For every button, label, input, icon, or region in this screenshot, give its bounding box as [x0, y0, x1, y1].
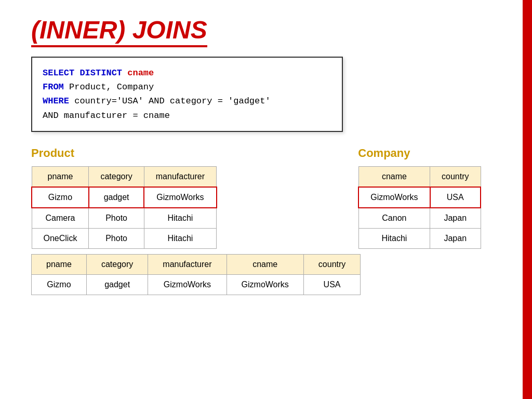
company-gizmoworks-country: USA — [430, 187, 481, 208]
company-col-country: country — [430, 166, 481, 187]
product-row-camera: Camera Photo Hitachi — [32, 208, 217, 229]
sql-where-kw: WHERE — [43, 96, 69, 106]
product-col-category: category — [89, 166, 144, 187]
product-col-manufacturer: manufacturer — [144, 166, 216, 187]
product-table: pname category manufacturer Gizmo gadget… — [31, 166, 217, 249]
sql-cname-val: cname — [127, 68, 154, 78]
company-row-hitachi: Hitachi Japan — [358, 228, 481, 248]
product-camera-category: Photo — [89, 208, 144, 229]
result-row1-pname: Gizmo — [32, 274, 87, 295]
result-row1-country: USA — [303, 274, 360, 295]
result-col-cname: cname — [227, 254, 303, 274]
sql-line-3: WHERE country='USA' AND category = 'gadg… — [43, 94, 331, 108]
result-col-category: category — [86, 254, 148, 274]
result-section: pname category manufacturer cname countr… — [31, 254, 502, 295]
sql-where-val: country='USA' AND category = 'gadget' — [74, 96, 270, 106]
sql-and-val: AND manufacturer = cname — [43, 111, 170, 121]
company-hitachi-country: Japan — [430, 228, 481, 248]
company-col-cname: cname — [358, 166, 430, 187]
company-gizmoworks-cname: GizmoWorks — [358, 187, 430, 208]
sql-line-4: AND manufacturer = cname — [43, 109, 331, 123]
product-oneclick-pname: OneClick — [32, 228, 89, 248]
product-camera-pname: Camera — [32, 208, 89, 229]
product-camera-manufacturer: Hitachi — [144, 208, 216, 229]
product-oneclick-manufacturer: Hitachi — [144, 228, 216, 248]
result-row-1: Gizmo gadget GizmoWorks GizmoWorks USA — [32, 274, 361, 295]
sql-select-kw: SELECT — [43, 68, 74, 78]
red-bar — [523, 0, 532, 399]
company-row-gizmoworks: GizmoWorks USA — [358, 187, 481, 208]
product-oneclick-category: Photo — [89, 228, 144, 248]
result-col-pname: pname — [32, 254, 87, 274]
company-header-row: cname country — [358, 166, 481, 187]
sql-line-1: SELECT DISTINCT cname — [43, 66, 331, 80]
result-row1-category: gadget — [86, 274, 148, 295]
sql-line-2: FROM Product, Company — [43, 80, 331, 94]
result-header-row: pname category manufacturer cname countr… — [32, 254, 361, 274]
product-section: Product pname category manufacturer Gizm… — [31, 147, 217, 249]
product-header-row: pname category manufacturer — [32, 166, 217, 187]
result-col-manufacturer: manufacturer — [148, 254, 227, 274]
sql-code-box: SELECT DISTINCT cname FROM Product, Comp… — [31, 57, 343, 132]
product-col-pname: pname — [32, 166, 89, 187]
page-title: (INNER) JOINS — [31, 16, 207, 47]
product-gizmo-manufacturer: GizmoWorks — [144, 187, 216, 208]
tables-row: Product pname category manufacturer Gizm… — [31, 147, 502, 249]
product-label: Product — [31, 147, 217, 160]
sql-from-val: Product, Company — [69, 82, 154, 92]
product-row-oneclick: OneClick Photo Hitachi — [32, 228, 217, 248]
sql-from-kw: FROM — [43, 82, 64, 92]
company-canon-country: Japan — [430, 208, 481, 229]
company-table: cname country GizmoWorks USA Canon Japan… — [358, 166, 481, 249]
result-table: pname category manufacturer cname countr… — [31, 254, 361, 295]
result-col-country: country — [303, 254, 360, 274]
product-row-gizmo: Gizmo gadget GizmoWorks — [32, 187, 217, 208]
company-row-canon: Canon Japan — [358, 208, 481, 229]
sql-distinct-kw: DISTINCT — [79, 68, 122, 78]
result-row1-cname: GizmoWorks — [227, 274, 303, 295]
product-gizmo-category: gadget — [89, 187, 144, 208]
company-hitachi-cname: Hitachi — [358, 228, 430, 248]
company-canon-cname: Canon — [358, 208, 430, 229]
product-gizmo-pname: Gizmo — [32, 187, 89, 208]
company-section: Company cname country GizmoWorks USA Can… — [358, 147, 481, 249]
result-row1-manufacturer: GizmoWorks — [148, 274, 227, 295]
company-label: Company — [358, 147, 481, 160]
